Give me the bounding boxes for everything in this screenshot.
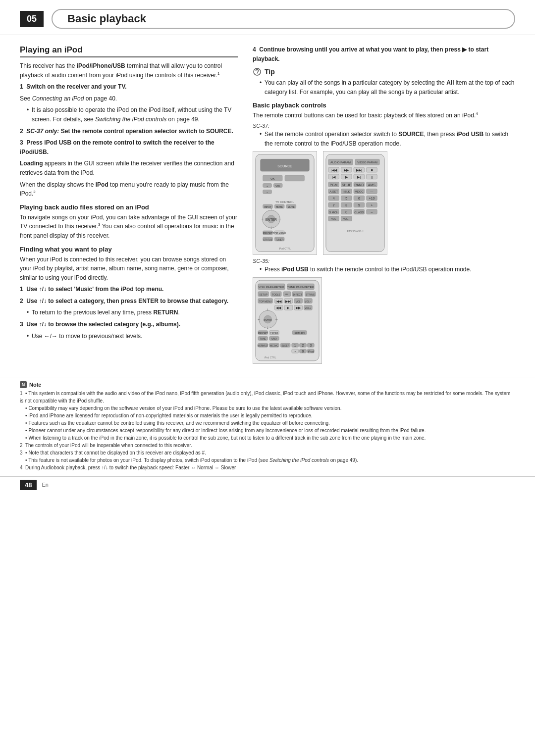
basic-controls-title: Basic playback controls <box>253 101 515 109</box>
tip-title: Tip <box>253 67 515 76</box>
svg-text:–: – <box>267 191 268 194</box>
svg-text:|◀: |◀ <box>332 175 336 179</box>
sc37-bullet: Set the remote control operation selecto… <box>260 130 515 148</box>
svg-text:◀◀: ◀◀ <box>276 306 281 309</box>
page-footer: 48 En <box>0 476 535 493</box>
step1-bullet-1: It is also possible to operate the iPod … <box>27 105 238 124</box>
svg-text:ENTER: ENTER <box>266 218 277 222</box>
svg-text:MC.MC: MC.MC <box>270 345 278 347</box>
page-number: 48 <box>20 480 37 490</box>
svg-text:PGM: PGM <box>330 183 338 187</box>
step1-title: Switch on the receiver and your TV. <box>26 83 126 90</box>
sc35-remotes: VISU PARAMETER TUNE PARAMETER SETUP TOOL… <box>253 277 515 364</box>
svg-text:✏: ✏ <box>285 292 288 296</box>
left-column: Playing an iPod This receiver has the iP… <box>20 45 238 367</box>
svg-text:8: 8 <box>345 203 347 207</box>
svg-text:A.SET: A.SET <box>329 190 338 193</box>
sc37-remotes: SOURCE OK + VOL – TV CONTROL INPUT MUTE … <box>253 151 515 255</box>
svg-text:MDOC: MDOC <box>355 190 364 193</box>
svg-text:VOL–: VOL– <box>305 300 311 302</box>
svg-text:iPod CTRL: iPod CTRL <box>265 356 276 359</box>
svg-text:↓: ↓ <box>267 325 269 330</box>
svg-text:S.MCH: S.MCH <box>329 211 338 214</box>
svg-text:7: 7 <box>333 203 335 207</box>
use-step-1: 1 Use ↑/↓ to select 'Music' from the iPo… <box>20 285 238 294</box>
svg-text:PRESET: PRESET <box>258 332 268 334</box>
svg-text:AMS: AMS <box>368 183 375 187</box>
svg-text:2: 2 <box>302 344 304 347</box>
display-note: When the display shows the iPod top menu… <box>20 180 238 199</box>
step-4: 4 Continue browsing until you arrive at … <box>253 45 515 63</box>
svg-text:TOP MENU: TOP MENU <box>273 232 286 235</box>
svg-text:ENTER: ENTER <box>264 319 272 322</box>
svg-text:VOL: VOL <box>275 185 280 188</box>
svg-text:TOOLS: TOOLS <box>272 293 280 296</box>
svg-text:↓: ↓ <box>270 225 272 230</box>
page-header: 05 Basic playback <box>0 0 535 35</box>
sc37-remote-left: SOURCE OK + VOL – TV CONTROL INPUT MUTE … <box>253 151 317 255</box>
svg-text:5: 5 <box>345 197 347 200</box>
intro-para: This receiver has the iPod/iPhone/USB te… <box>20 61 238 80</box>
svg-text:–: – <box>371 210 373 214</box>
svg-text:3: 3 <box>310 344 312 347</box>
svg-text:■: ■ <box>371 168 373 172</box>
chapter-number: 05 <box>20 11 44 27</box>
step-1: 1 Switch on the receiver and your TV. <box>20 82 238 92</box>
svg-text:MUTE: MUTE <box>288 206 295 208</box>
svg-text:▶▶|: ▶▶| <box>356 168 362 172</box>
svg-rect-7 <box>285 175 304 181</box>
svg-text:VOL+: VOL+ <box>343 218 350 221</box>
svg-text:TUNE PARAMETER: TUNE PARAMETER <box>287 286 314 289</box>
step-2: 2 SC-37 only: Set the remote control ope… <box>20 127 238 136</box>
page-lang: En <box>42 482 48 488</box>
subsection-title: Playing back audio files stored on an iP… <box>20 203 238 211</box>
svg-text:RAND: RAND <box>354 183 364 187</box>
svg-text:VOL: VOL <box>296 300 301 302</box>
svg-text:→: → <box>277 217 281 222</box>
sc35-label: SC-35: <box>253 258 515 264</box>
sc35-bullets: Press iPod USB to switch the remote cont… <box>253 265 515 274</box>
use-step-3-bullets: Use ←/→ to move to previous/next levels. <box>20 332 238 341</box>
svg-text:0: 0 <box>345 210 347 214</box>
svg-text:VOL: VOL <box>331 218 336 221</box>
svg-text:←: ← <box>257 317 261 322</box>
svg-text:RETURN: RETURN <box>294 332 305 334</box>
sc35-remote-left: VISU PARAMETER TUNE PARAMETER SETUP TOOL… <box>253 277 322 364</box>
svg-text:▶▶|: ▶▶| <box>285 299 291 303</box>
svg-text:STATUS: STATUS <box>263 239 272 241</box>
svg-text:PRESET: PRESET <box>263 232 273 235</box>
sc37-bullets: Set the remote control operation selecto… <box>253 130 515 148</box>
tip-bullets: You can play all of the songs in a parti… <box>253 78 515 97</box>
basic-controls-intro: The remote control buttons can be used f… <box>253 111 515 120</box>
find-intro: When your iPod is connected to this rece… <box>20 255 238 283</box>
svg-text:UNO: UNO <box>271 338 277 340</box>
svg-text:STRING: STRING <box>306 293 315 296</box>
svg-text:TOP MENU: TOP MENU <box>259 300 272 302</box>
step1-bullets: It is also possible to operate the iPod … <box>20 105 238 124</box>
svg-point-1 <box>257 73 258 74</box>
note-item-1: 1 • This system is compatible with the a… <box>20 390 515 471</box>
svg-text:iPod CTRL: iPod CTRL <box>279 248 291 250</box>
tip-icon <box>253 67 262 76</box>
note-icon: N <box>20 381 27 388</box>
use-step-2: 2 Use ↑/↓ to select a category, then pre… <box>20 297 238 306</box>
svg-text:4: 4 <box>333 197 335 200</box>
use-step-3: 3 Use ↑/↓ to browse the selected categor… <box>20 320 238 329</box>
svg-text:0: 0 <box>302 350 304 353</box>
sc35-bullet: Press iPod USB to switch the remote cont… <box>260 265 515 274</box>
svg-text:SHUF: SHUF <box>342 183 351 187</box>
step1-see: See Connecting an iPod on page 40. <box>20 94 238 103</box>
svg-text:TUNE: TUNE <box>260 338 267 340</box>
notes-section: N Note 1 • This system is compatible wit… <box>0 377 535 476</box>
svg-text:↑: ↑ <box>267 307 269 312</box>
svg-text:SETUP: SETUP <box>260 293 268 296</box>
svg-text:VOL+: VOL+ <box>305 307 311 309</box>
svg-text:+: + <box>371 203 373 207</box>
svg-text:CLASS: CLASS <box>354 211 364 214</box>
find-title: Finding what you want to play <box>20 246 238 253</box>
svg-text:▶|: ▶| <box>357 175 361 179</box>
svg-text:FTS SS ANG J: FTS SS ANG J <box>347 230 364 233</box>
chapter-title: Basic playback <box>52 9 515 29</box>
main-section-title: Playing an iPod <box>20 45 238 57</box>
note-title: Note <box>29 382 41 388</box>
